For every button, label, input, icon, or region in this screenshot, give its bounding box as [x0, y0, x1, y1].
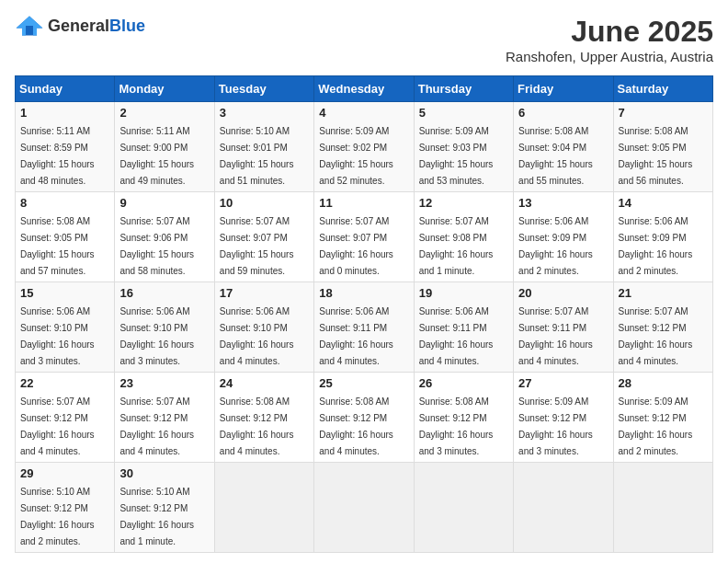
day-info: Sunrise: 5:06 AMSunset: 9:10 PMDaylight:…	[220, 306, 294, 366]
week-row-4: 22 Sunrise: 5:07 AMSunset: 9:12 PMDaylig…	[16, 373, 713, 463]
day-info: Sunrise: 5:06 AMSunset: 9:09 PMDaylight:…	[518, 216, 593, 276]
day-number: 30	[119, 466, 209, 480]
header-sunday: Sunday	[16, 76, 115, 102]
table-row: 16 Sunrise: 5:06 AMSunset: 9:10 PMDaylig…	[115, 282, 214, 373]
logo-blue: Blue	[109, 17, 145, 35]
day-number: 22	[20, 376, 109, 390]
table-row	[214, 463, 313, 553]
day-info: Sunrise: 5:07 AMSunset: 9:07 PMDaylight:…	[220, 216, 294, 276]
day-info: Sunrise: 5:07 AMSunset: 9:08 PMDaylight:…	[419, 216, 494, 276]
title-area: June 2025 Ranshofen, Upper Austria, Aust…	[506, 15, 713, 64]
day-number: 6	[518, 106, 608, 120]
table-row: 5 Sunrise: 5:09 AMSunset: 9:03 PMDayligh…	[414, 102, 513, 192]
table-row: 20 Sunrise: 5:07 AMSunset: 9:11 PMDaylig…	[514, 282, 613, 373]
table-row: 26 Sunrise: 5:08 AMSunset: 9:12 PMDaylig…	[414, 373, 513, 463]
day-info: Sunrise: 5:11 AMSunset: 9:00 PMDaylight:…	[119, 126, 194, 186]
table-row: 28 Sunrise: 5:09 AMSunset: 9:12 PMDaylig…	[613, 373, 712, 463]
table-row: 10 Sunrise: 5:07 AMSunset: 9:07 PMDaylig…	[214, 192, 313, 282]
table-row: 4 Sunrise: 5:09 AMSunset: 9:02 PMDayligh…	[314, 102, 414, 192]
logo-text: GeneralBlue	[48, 17, 145, 36]
day-number: 29	[20, 466, 109, 480]
table-row: 22 Sunrise: 5:07 AMSunset: 9:12 PMDaylig…	[16, 373, 115, 463]
day-number: 13	[518, 196, 608, 210]
day-number: 28	[619, 376, 708, 390]
day-info: Sunrise: 5:09 AMSunset: 9:03 PMDaylight:…	[419, 126, 494, 186]
day-info: Sunrise: 5:08 AMSunset: 9:12 PMDaylight:…	[319, 396, 393, 456]
day-info: Sunrise: 5:10 AMSunset: 9:12 PMDaylight:…	[20, 487, 95, 546]
table-row	[613, 463, 712, 553]
header-thursday: Thursday	[414, 76, 513, 102]
day-number: 21	[619, 286, 708, 300]
day-number: 10	[220, 196, 309, 210]
day-number: 12	[419, 196, 508, 210]
table-row: 27 Sunrise: 5:09 AMSunset: 9:12 PMDaylig…	[514, 373, 613, 463]
day-info: Sunrise: 5:07 AMSunset: 9:11 PMDaylight:…	[518, 306, 593, 366]
location-title: Ranshofen, Upper Austria, Austria	[506, 49, 713, 64]
table-row: 1 Sunrise: 5:11 AMSunset: 8:59 PMDayligh…	[16, 102, 115, 192]
day-info: Sunrise: 5:07 AMSunset: 9:06 PMDaylight:…	[119, 216, 194, 276]
table-row	[414, 463, 513, 553]
day-info: Sunrise: 5:09 AMSunset: 9:12 PMDaylight:…	[619, 396, 693, 456]
week-row-5: 29 Sunrise: 5:10 AMSunset: 9:12 PMDaylig…	[16, 463, 713, 553]
day-info: Sunrise: 5:06 AMSunset: 9:11 PMDaylight:…	[319, 306, 393, 366]
table-row: 15 Sunrise: 5:06 AMSunset: 9:10 PMDaylig…	[16, 282, 115, 373]
day-number: 2	[119, 106, 209, 120]
day-info: Sunrise: 5:07 AMSunset: 9:07 PMDaylight:…	[319, 216, 393, 276]
logo-icon	[15, 15, 44, 37]
table-row: 14 Sunrise: 5:06 AMSunset: 9:09 PMDaylig…	[613, 192, 712, 282]
day-number: 11	[319, 196, 408, 210]
day-number: 7	[619, 106, 708, 120]
day-info: Sunrise: 5:08 AMSunset: 9:04 PMDaylight:…	[518, 126, 593, 186]
day-info: Sunrise: 5:07 AMSunset: 9:12 PMDaylight:…	[619, 306, 693, 366]
day-info: Sunrise: 5:06 AMSunset: 9:10 PMDaylight:…	[20, 306, 95, 366]
day-number: 5	[419, 106, 508, 120]
day-number: 25	[319, 376, 408, 390]
day-number: 9	[119, 196, 209, 210]
table-row: 18 Sunrise: 5:06 AMSunset: 9:11 PMDaylig…	[314, 282, 414, 373]
week-row-3: 15 Sunrise: 5:06 AMSunset: 9:10 PMDaylig…	[16, 282, 713, 373]
day-info: Sunrise: 5:09 AMSunset: 9:12 PMDaylight:…	[518, 396, 593, 456]
day-number: 19	[419, 286, 508, 300]
day-info: Sunrise: 5:10 AMSunset: 9:01 PMDaylight:…	[220, 126, 294, 186]
day-info: Sunrise: 5:07 AMSunset: 9:12 PMDaylight:…	[119, 396, 194, 456]
day-info: Sunrise: 5:06 AMSunset: 9:09 PMDaylight:…	[619, 216, 693, 276]
table-row: 7 Sunrise: 5:08 AMSunset: 9:05 PMDayligh…	[613, 102, 712, 192]
header-tuesday: Tuesday	[214, 76, 313, 102]
table-row: 23 Sunrise: 5:07 AMSunset: 9:12 PMDaylig…	[115, 373, 214, 463]
day-info: Sunrise: 5:08 AMSunset: 9:12 PMDaylight:…	[419, 396, 494, 456]
table-row: 13 Sunrise: 5:06 AMSunset: 9:09 PMDaylig…	[514, 192, 613, 282]
day-number: 8	[20, 196, 109, 210]
week-row-2: 8 Sunrise: 5:08 AMSunset: 9:05 PMDayligh…	[16, 192, 713, 282]
table-row: 9 Sunrise: 5:07 AMSunset: 9:06 PMDayligh…	[115, 192, 214, 282]
day-number: 3	[220, 106, 309, 120]
header-saturday: Saturday	[613, 76, 712, 102]
day-number: 14	[619, 196, 708, 210]
table-row: 11 Sunrise: 5:07 AMSunset: 9:07 PMDaylig…	[314, 192, 414, 282]
header-friday: Friday	[514, 76, 613, 102]
weekday-header-row: Sunday Monday Tuesday Wednesday Thursday…	[16, 76, 713, 102]
day-number: 4	[319, 106, 408, 120]
table-row: 24 Sunrise: 5:08 AMSunset: 9:12 PMDaylig…	[214, 373, 313, 463]
day-info: Sunrise: 5:06 AMSunset: 9:10 PMDaylight:…	[119, 306, 194, 366]
day-number: 23	[119, 376, 209, 390]
day-number: 20	[518, 286, 608, 300]
table-row: 2 Sunrise: 5:11 AMSunset: 9:00 PMDayligh…	[115, 102, 214, 192]
month-title: June 2025	[506, 15, 713, 49]
header-monday: Monday	[115, 76, 214, 102]
calendar-table: Sunday Monday Tuesday Wednesday Thursday…	[15, 75, 713, 553]
table-row: 25 Sunrise: 5:08 AMSunset: 9:12 PMDaylig…	[314, 373, 414, 463]
week-row-1: 1 Sunrise: 5:11 AMSunset: 8:59 PMDayligh…	[16, 102, 713, 192]
day-info: Sunrise: 5:07 AMSunset: 9:12 PMDaylight:…	[20, 396, 95, 456]
day-info: Sunrise: 5:08 AMSunset: 9:05 PMDaylight:…	[20, 216, 95, 276]
day-number: 18	[319, 286, 408, 300]
day-info: Sunrise: 5:11 AMSunset: 8:59 PMDaylight:…	[20, 126, 95, 186]
table-row: 8 Sunrise: 5:08 AMSunset: 9:05 PMDayligh…	[16, 192, 115, 282]
day-info: Sunrise: 5:08 AMSunset: 9:12 PMDaylight:…	[220, 396, 294, 456]
day-number: 16	[119, 286, 209, 300]
day-number: 1	[20, 106, 109, 120]
table-row: 29 Sunrise: 5:10 AMSunset: 9:12 PMDaylig…	[16, 463, 115, 553]
day-info: Sunrise: 5:08 AMSunset: 9:05 PMDaylight:…	[619, 126, 693, 186]
table-row	[514, 463, 613, 553]
day-info: Sunrise: 5:06 AMSunset: 9:11 PMDaylight:…	[419, 306, 494, 366]
table-row: 12 Sunrise: 5:07 AMSunset: 9:08 PMDaylig…	[414, 192, 513, 282]
